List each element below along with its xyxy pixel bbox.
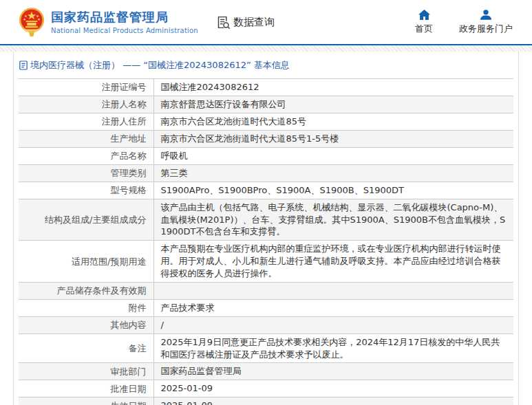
- table-row: 注册人名称 南京舒普思达医疗设备有限公司: [19, 96, 513, 113]
- field-label: 批准日期: [19, 380, 153, 397]
- table-row: 注册证编号 国械注准20243082612: [19, 79, 513, 96]
- field-label: 其他内容: [19, 316, 153, 333]
- field-label: 注册人名称: [19, 96, 153, 113]
- table-row: 注册人住所 南京市六合区龙池街道时代大道85号: [19, 113, 513, 130]
- document-icon: [19, 61, 28, 70]
- data-query-label: 数据查询: [233, 16, 275, 29]
- field-label: 产品储存条件及有效期: [19, 283, 153, 300]
- field-value: 2025-01-09: [153, 397, 513, 405]
- table-row: 生效日期 2025-01-09: [19, 397, 513, 405]
- table-row: 型号规格 S1900APro、S1900BPro、S1900A、S1900B、S…: [19, 182, 513, 199]
- main-content: 境内医疗器械（注册） —— “国械注准20243082612” 基本信息 注册证…: [13, 52, 519, 405]
- field-value: 产品技术要求: [153, 299, 513, 316]
- field-label: 型号规格: [19, 182, 153, 199]
- table-row: 批准日期 2025-01-09: [19, 380, 513, 397]
- table-row: 生产地址 南京市六合区龙池街道时代大道85号1-5号楼: [19, 130, 513, 147]
- field-value: 本产品预期在专业医疗机构内部的重症监护环境，或在专业医疗机构内部进行转运时使用。…: [153, 241, 513, 283]
- table-row: 产品名称 呼吸机: [19, 147, 513, 164]
- hatch-divider: [0, 45, 532, 52]
- field-value: 第三类: [153, 164, 513, 182]
- table-row: 适用范围/预期用途 本产品预期在专业医疗机构内部的重症监护环境，或在专业医疗机构…: [19, 241, 513, 283]
- field-value: 南京舒普思达医疗设备有限公司: [153, 96, 513, 113]
- user-icon: [480, 10, 491, 20]
- national-emblem-icon: [19, 6, 45, 39]
- field-value: 2025-01-09: [153, 380, 513, 397]
- field-label: 产品名称: [19, 147, 153, 164]
- field-value: 南京市六合区龙池街道时代大道85号1-5号楼: [153, 130, 513, 147]
- table-row: 其他内容 /: [19, 316, 513, 333]
- breadcrumb-text: 境内医疗器械（注册） —— “国械注准20243082612” 基本信息: [30, 59, 290, 72]
- table-row: 备注 2025年1月9日同意更正产品技术要求相关内容，2024年12月17日核发…: [19, 333, 513, 363]
- table-row: 附件 产品技术要求: [19, 299, 513, 316]
- field-value: S1900APro、S1900BPro、S1900A、S1900B、S1900D…: [153, 182, 513, 199]
- top-header: 国家药品监督管理局 National Medical Products Admi…: [0, 0, 532, 45]
- nav-home[interactable]: 首页: [415, 10, 433, 35]
- field-label: 结构及组成/主要组成成分: [19, 199, 153, 241]
- nav-home-label: 首页: [415, 23, 433, 35]
- breadcrumb: 境内医疗器械（注册） —— “国械注准20243082612” 基本信息: [19, 58, 513, 78]
- field-label: 备注: [19, 333, 153, 363]
- field-label: 注册人住所: [19, 113, 153, 130]
- field-label: 生产地址: [19, 130, 153, 147]
- nav-portal[interactable]: 政务服务门户: [459, 10, 513, 35]
- field-value: 该产品由主机（包括气路、电子系统、机械结构、显示器、二氧化碳模块(Capno-M…: [153, 199, 513, 241]
- field-label: 注册证编号: [19, 79, 153, 96]
- field-value: 呼吸机: [153, 147, 513, 164]
- data-query-button[interactable]: 数据查询: [216, 15, 275, 30]
- table-row: 结构及组成/主要组成成分 该产品由主机（包括气路、电子系统、机械结构、显示器、二…: [19, 199, 513, 241]
- table-row: 管理类别 第三类: [19, 164, 513, 182]
- agency-name-cn: 国家药品监督管理局: [51, 10, 198, 25]
- field-label: 管理类别: [19, 164, 153, 182]
- field-value: 2025年1月9日同意更正产品技术要求相关内容，2024年12月17日核发的中华…: [153, 333, 513, 363]
- table-row: 产品储存条件及有效期: [19, 283, 513, 300]
- field-value: /: [153, 316, 513, 333]
- field-label: 附件: [19, 299, 153, 316]
- field-value: [153, 283, 513, 300]
- home-icon: [418, 10, 430, 20]
- table-row: 审批部门 国家药品监督管理局: [19, 363, 513, 380]
- field-value: 南京市六合区龙池街道时代大道85号: [153, 113, 513, 130]
- field-value: 国械注准20243082612: [153, 79, 513, 96]
- field-label: 适用范围/预期用途: [19, 241, 153, 283]
- agency-name-en: National Medical Products Administration: [51, 27, 198, 34]
- nav-portal-label: 政务服务门户: [459, 23, 513, 35]
- registration-info-table: 注册证编号 国械注准20243082612 注册人名称 南京舒普思达医疗设备有限…: [19, 78, 513, 405]
- field-value: 国家药品监督管理局: [153, 363, 513, 380]
- field-label: 生效日期: [19, 397, 153, 405]
- doc-search-icon: [216, 15, 231, 30]
- field-label: 审批部门: [19, 363, 153, 380]
- agency-title-block: 国家药品监督管理局 National Medical Products Admi…: [51, 10, 198, 34]
